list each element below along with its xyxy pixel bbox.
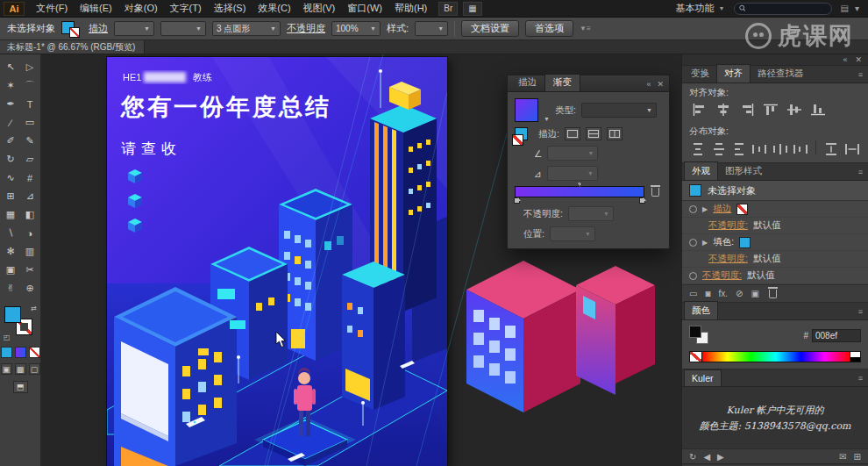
- add-to-swatches-icon[interactable]: ⊞: [854, 452, 861, 462]
- free-transform-tool[interactable]: #: [20, 168, 39, 187]
- tab-color[interactable]: 颜色: [684, 301, 718, 319]
- tab-graphic-styles[interactable]: 图形样式: [718, 162, 769, 180]
- column-graph-tool[interactable]: ▥: [20, 242, 39, 261]
- delete-stop-icon[interactable]: [651, 188, 659, 197]
- width-tool[interactable]: ∿: [1, 168, 20, 187]
- none-swatch[interactable]: [690, 352, 702, 362]
- pen-tool[interactable]: ✒: [1, 95, 20, 113]
- menu-object[interactable]: 对象(O): [118, 0, 164, 17]
- paintbrush-tool[interactable]: ✐: [1, 132, 20, 150]
- perspective-grid-tool[interactable]: ⊿: [20, 187, 39, 205]
- search-input[interactable]: [749, 4, 826, 13]
- variable-width-profile-dropdown[interactable]: ▼: [160, 21, 206, 36]
- stop-location-dropdown[interactable]: ▼: [550, 226, 595, 241]
- new-fill-icon[interactable]: ◙: [705, 289, 710, 298]
- opacity-link[interactable]: 不透明度:: [708, 219, 748, 232]
- canvas[interactable]: HE1 教练 您有一份年度总结 请查收: [41, 54, 681, 466]
- none-button[interactable]: [29, 347, 40, 358]
- menu-select[interactable]: 选择(S): [208, 0, 253, 17]
- align-horizontal-left-icon[interactable]: [689, 102, 710, 118]
- refresh-icon[interactable]: ↻: [689, 452, 696, 462]
- gradient-along-stroke-icon[interactable]: [586, 127, 601, 140]
- draw-normal-icon[interactable]: ▣: [1, 363, 12, 375]
- cs-live-icon[interactable]: ▤: [841, 4, 849, 13]
- type-tool[interactable]: T: [20, 95, 39, 113]
- gradient-button[interactable]: [15, 347, 26, 358]
- menu-edit[interactable]: 编辑(E): [74, 0, 118, 17]
- fill-color-swatch[interactable]: [4, 306, 21, 323]
- tab-align[interactable]: 对齐: [716, 64, 751, 82]
- color-spectrum-bar[interactable]: [689, 351, 861, 362]
- arrange-documents-icon[interactable]: ▦: [463, 2, 481, 16]
- menu-help[interactable]: 帮助(H): [388, 0, 433, 17]
- fill-proxy-swatch[interactable]: [689, 326, 701, 338]
- menu-window[interactable]: 窗口(W): [341, 0, 388, 17]
- document-tab[interactable]: 未标题-1* @ 66.67% (RGB/预览): [0, 40, 145, 54]
- menu-view[interactable]: 视图(V): [297, 0, 342, 17]
- slice-tool[interactable]: ✂: [20, 261, 39, 279]
- distribute-vertical-bottom-icon[interactable]: [730, 141, 748, 157]
- gradient-aspect-dropdown[interactable]: ▼: [547, 166, 598, 181]
- menu-overflow-icon[interactable]: ▾: [855, 4, 859, 13]
- fill-color-swatch[interactable]: [739, 237, 751, 248]
- new-stroke-icon[interactable]: ▭: [689, 289, 697, 298]
- align-horizontal-center-icon[interactable]: [713, 102, 734, 118]
- gradient-slider[interactable]: [515, 186, 644, 197]
- appearance-row-stroke-opacity[interactable]: 不透明度: 默认值: [682, 218, 868, 234]
- gradient-panel[interactable]: 描边 渐变 « ✕ ▼ 类型: ▼ 描: [507, 75, 670, 249]
- distribute-vertical-top-icon[interactable]: [689, 141, 707, 157]
- opacity-panel-link[interactable]: 不透明度: [287, 22, 325, 35]
- style-dropdown[interactable]: ▼: [415, 21, 448, 36]
- hand-tool[interactable]: ✌: [1, 279, 20, 298]
- delete-item-icon[interactable]: [769, 290, 777, 298]
- panel-menu-icon[interactable]: ≡: [858, 374, 863, 383]
- menu-file[interactable]: 文件(F): [30, 0, 74, 17]
- appearance-row-object-opacity[interactable]: 不透明度: 默认值: [682, 268, 868, 284]
- opacity-dropdown[interactable]: 100%▼: [331, 21, 381, 36]
- gradient-across-stroke-icon[interactable]: [607, 127, 623, 140]
- scale-tool[interactable]: ▱: [20, 150, 39, 168]
- vertical-distribute-space-icon[interactable]: [822, 141, 840, 157]
- line-segment-tool[interactable]: ∕: [1, 113, 20, 132]
- color-fill-stroke-proxy[interactable]: [689, 326, 710, 345]
- distribute-horizontal-center-icon[interactable]: [772, 141, 789, 157]
- menu-type[interactable]: 文字(T): [164, 0, 208, 17]
- gradient-angle-dropdown[interactable]: ▼: [547, 146, 598, 161]
- hex-value-input[interactable]: [812, 329, 861, 342]
- tab-pathfinder[interactable]: 路径查找器: [751, 65, 811, 82]
- gradient-panel-header[interactable]: 描边 渐变 « ✕: [508, 75, 669, 92]
- symbol-sprayer-tool[interactable]: ✻: [1, 242, 20, 261]
- white-black-swatches[interactable]: [850, 352, 860, 362]
- stroke-panel-link[interactable]: 描边: [89, 22, 108, 35]
- rotate-tool[interactable]: ↻: [1, 150, 20, 168]
- pencil-tool[interactable]: ✎: [20, 132, 39, 150]
- visibility-eye-icon[interactable]: [689, 272, 697, 280]
- fill-row-label[interactable]: 填色:: [713, 236, 734, 248]
- gradient-within-stroke-icon[interactable]: [565, 127, 580, 140]
- disclosure-triangle-icon[interactable]: ▶: [702, 239, 708, 247]
- appearance-row-stroke[interactable]: ▶ 描边: [682, 201, 868, 218]
- visibility-eye-icon[interactable]: [689, 205, 697, 213]
- panel-menu-icon[interactable]: ≡: [858, 70, 863, 79]
- toolbar-fill-stroke-proxy[interactable]: ⇄ ◰: [4, 305, 37, 341]
- previous-page-icon[interactable]: ◀: [703, 452, 710, 462]
- direct-selection-tool[interactable]: ▷: [20, 58, 39, 76]
- workspace-switcher[interactable]: 基本功能▼: [676, 2, 725, 15]
- document-setup-button[interactable]: 文档设置: [461, 20, 519, 37]
- tab-appearance[interactable]: 外观: [684, 161, 718, 180]
- tab-kuler[interactable]: Kuler: [684, 369, 722, 386]
- distribute-vertical-center-icon[interactable]: [709, 141, 727, 157]
- distribute-horizontal-left-icon[interactable]: [751, 141, 768, 157]
- appearance-row-fill-opacity[interactable]: 不透明度: 默认值: [682, 251, 868, 268]
- brush-definition-dropdown[interactable]: 3 点圆形▼: [212, 21, 281, 36]
- gradient-fill-swatch[interactable]: [515, 98, 538, 122]
- stroke-color-proxy[interactable]: [515, 127, 528, 140]
- lasso-tool[interactable]: ⌒: [20, 76, 39, 95]
- collapse-dock-icon[interactable]: «: [843, 55, 847, 64]
- selection-tool[interactable]: ↖: [1, 58, 20, 76]
- stroke-color-swatch[interactable]: [69, 27, 80, 38]
- gradient-midpoint-handle[interactable]: [576, 181, 583, 188]
- next-page-icon[interactable]: ▶: [717, 452, 724, 462]
- eyedropper-tool[interactable]: ∖: [1, 224, 20, 242]
- mail-theme-icon[interactable]: ✉: [839, 452, 846, 462]
